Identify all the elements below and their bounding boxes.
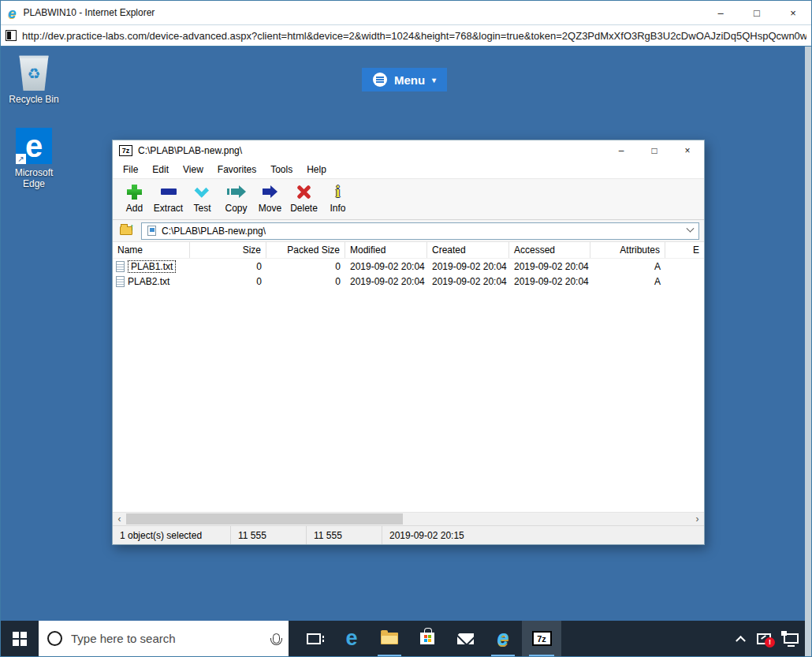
- mail-icon: [457, 633, 474, 644]
- extract-button[interactable]: Extract: [151, 183, 185, 214]
- seven-zip-window-title: C:\PLAB\PLAB-new.png\: [138, 145, 242, 156]
- info-button[interactable]: Info: [321, 183, 355, 214]
- browser-close-button[interactable]: ×: [775, 1, 811, 24]
- file-packed-size: 0: [266, 259, 345, 274]
- test-button[interactable]: Test: [185, 183, 219, 214]
- seven-zip-toolbar: Add Extract Test Copy: [113, 178, 704, 220]
- column-header-encrypted[interactable]: E: [665, 242, 704, 258]
- copy-arrow-icon: [227, 183, 246, 200]
- browser-page-scrollbar[interactable]: [805, 47, 811, 656]
- browser-maximize-button[interactable]: □: [739, 1, 775, 24]
- seven-zip-window: 7z C:\PLAB\PLAB-new.png\ – □ × File Edit…: [112, 140, 705, 545]
- menu-button-label: Menu: [394, 73, 425, 87]
- info-i-icon: [336, 183, 341, 200]
- column-header-attributes[interactable]: Attributes: [590, 242, 665, 258]
- file-attributes: A: [590, 259, 665, 274]
- seven-zip-titlebar[interactable]: 7z C:\PLAB\PLAB-new.png\ – □ ×: [113, 140, 704, 161]
- text-file-icon: [116, 276, 125, 287]
- desktop-icon-label: Microsoft Edge: [3, 167, 65, 190]
- menu-view[interactable]: View: [176, 162, 210, 177]
- seven-zip-statusbar: 1 object(s) selected 11 555 11 555 2019-…: [113, 525, 704, 544]
- status-selected-count: 1 object(s) selected: [113, 526, 231, 544]
- seven-zip-app-icon: 7z: [119, 145, 132, 156]
- taskbar-file-explorer-button[interactable]: [371, 621, 408, 656]
- path-combobox[interactable]: C:\PLAB\PLAB-new.png\: [141, 222, 699, 240]
- copy-button[interactable]: Copy: [219, 183, 253, 214]
- file-explorer-icon: [381, 633, 398, 644]
- column-header-created[interactable]: Created: [427, 242, 509, 258]
- seven-zip-maximize-button[interactable]: □: [638, 140, 671, 161]
- show-hidden-icons-chevron-icon[interactable]: [736, 636, 746, 646]
- menu-edit[interactable]: Edit: [145, 162, 176, 177]
- extract-minus-icon: [161, 183, 177, 200]
- windows-taskbar: e e 7z !: [1, 621, 811, 656]
- menu-file[interactable]: File: [116, 162, 145, 177]
- file-created: 2019-09-02 20:04: [427, 274, 509, 289]
- text-file-icon: [116, 261, 125, 272]
- current-path: C:\PLAB\PLAB-new.png\: [162, 226, 266, 237]
- taskbar-search-box[interactable]: [39, 621, 289, 656]
- seven-zip-close-button[interactable]: ×: [671, 140, 704, 161]
- chevron-down-icon[interactable]: [687, 225, 695, 233]
- move-button[interactable]: Move: [253, 183, 287, 214]
- browser-minimize-button[interactable]: –: [702, 1, 739, 24]
- taskbar-internet-explorer-button[interactable]: e: [484, 621, 522, 656]
- site-favicon-icon: [6, 30, 17, 41]
- column-header-modified[interactable]: Modified: [345, 242, 427, 258]
- status-total-packed: 11 555: [307, 526, 382, 544]
- taskbar-edge-button[interactable]: e: [333, 621, 371, 656]
- scrollbar-thumb[interactable]: [126, 513, 403, 524]
- taskbar-mail-button[interactable]: [446, 621, 484, 656]
- shortcut-arrow-icon: ↗: [16, 154, 26, 164]
- seven-zip-minimize-button[interactable]: –: [605, 140, 638, 161]
- scroll-right-icon[interactable]: ›: [691, 513, 704, 525]
- browser-address-bar[interactable]: http://dev.practice-labs.com/device-adva…: [1, 24, 811, 47]
- remote-session-screen: e PLABWIN10 - Internet Explorer – □ × ht…: [0, 0, 812, 657]
- file-created: 2019-09-02 20:04: [427, 259, 509, 274]
- network-icon[interactable]: [784, 633, 799, 644]
- windows-logo-icon: [13, 632, 27, 646]
- lab-menu-button[interactable]: Menu ▾: [362, 68, 447, 91]
- taskbar-seven-zip-button[interactable]: 7z: [522, 621, 561, 656]
- file-size: 0: [190, 274, 266, 289]
- column-header-accessed[interactable]: Accessed: [509, 242, 590, 258]
- column-header-name[interactable]: Name: [113, 242, 190, 258]
- delete-button[interactable]: Delete: [287, 183, 321, 214]
- url-text[interactable]: http://dev.practice-labs.com/device-adva…: [22, 30, 806, 42]
- column-header-size[interactable]: Size: [190, 242, 266, 258]
- desktop-icon-label: Recycle Bin: [9, 94, 58, 105]
- browser-titlebar: e PLABWIN10 - Internet Explorer – □ ×: [1, 1, 811, 24]
- notification-icon[interactable]: !: [757, 633, 771, 644]
- internet-explorer-icon: e: [497, 628, 508, 649]
- notification-badge: !: [765, 637, 775, 648]
- recycle-bin-icon: ♻: [17, 53, 50, 91]
- folder-up-button[interactable]: [117, 223, 135, 239]
- status-total-size: 11 555: [231, 526, 307, 544]
- edge-icon: e ↗: [16, 128, 52, 164]
- hamburger-icon: [373, 73, 387, 87]
- cortana-icon: [47, 631, 62, 646]
- add-plus-icon: [127, 183, 142, 200]
- table-row-plab2[interactable]: PLAB2.txt 0 0 2019-09-02 20:04 2019-09-0…: [113, 274, 704, 289]
- file-list-header: Name Size Packed Size Modified Created A…: [113, 242, 704, 259]
- menu-tools[interactable]: Tools: [263, 162, 300, 177]
- desktop-icon-microsoft-edge[interactable]: e ↗ Microsoft Edge: [3, 128, 65, 190]
- seven-zip-icon: 7z: [532, 631, 552, 646]
- add-button[interactable]: Add: [117, 183, 151, 214]
- internet-explorer-icon: e: [8, 6, 17, 21]
- microphone-icon[interactable]: [273, 633, 280, 644]
- file-list[interactable]: PLAB1.txt 0 0 2019-09-02 20:04 2019-09-0…: [113, 259, 704, 512]
- scroll-left-icon[interactable]: ‹: [113, 513, 126, 525]
- taskbar-store-button[interactable]: [408, 621, 446, 656]
- column-header-packed-size[interactable]: Packed Size: [266, 242, 345, 258]
- start-button[interactable]: [1, 621, 39, 656]
- horizontal-scrollbar[interactable]: ‹ ›: [113, 512, 704, 525]
- task-view-button[interactable]: [295, 621, 333, 656]
- search-input[interactable]: [71, 632, 264, 645]
- table-row-plab1[interactable]: PLAB1.txt 0 0 2019-09-02 20:04 2019-09-0…: [113, 259, 704, 274]
- archive-file-icon: [147, 226, 156, 236]
- file-modified: 2019-09-02 20:04: [345, 259, 427, 274]
- menu-help[interactable]: Help: [300, 162, 333, 177]
- desktop-icon-recycle-bin[interactable]: ♻ Recycle Bin: [3, 53, 65, 105]
- menu-favorites[interactable]: Favorites: [210, 162, 263, 177]
